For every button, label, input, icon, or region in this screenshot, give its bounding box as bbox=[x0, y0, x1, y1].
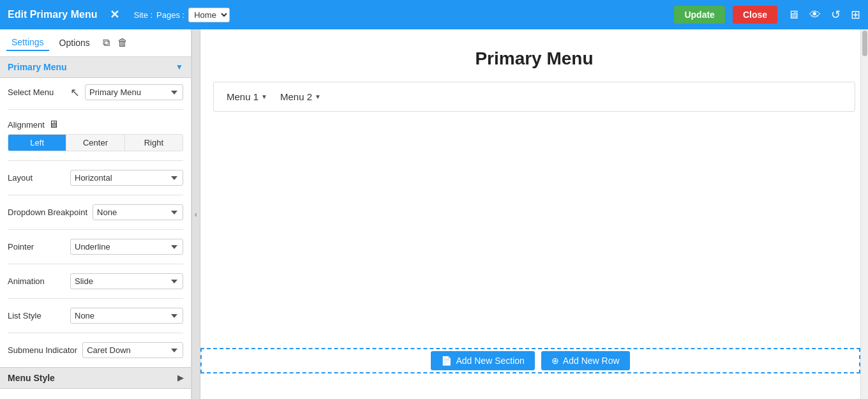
canvas-area: Primary Menu Menu 1 ▼ Menu 2 ▼ 📄 Add New… bbox=[200, 29, 868, 399]
close-button[interactable]: Close bbox=[733, 6, 777, 24]
menu-item-2-label: Menu 2 bbox=[280, 91, 312, 102]
history-icon[interactable]: ↺ bbox=[831, 8, 841, 22]
header-site-info: Site : Pages : Home bbox=[133, 8, 230, 22]
animation-label: Animation bbox=[8, 276, 65, 286]
pages-select[interactable]: Home bbox=[188, 8, 230, 22]
menu-item-1-arrow: ▼ bbox=[261, 93, 267, 100]
add-section-icon: 📄 bbox=[441, 356, 452, 366]
section-chevron-icon: ▼ bbox=[176, 63, 183, 72]
tab-settings[interactable]: Settings bbox=[6, 34, 49, 51]
cursor-icon: ↖ bbox=[70, 86, 80, 100]
sidebar-content: Select Menu ↖ Primary Menu Alignment 🖥 L… bbox=[0, 78, 191, 365]
animation-row: Animation Slide Fade None bbox=[8, 273, 183, 289]
align-left-button[interactable]: Left bbox=[8, 135, 66, 151]
trash-icon[interactable]: 🗑 bbox=[117, 37, 128, 49]
add-new-row-button[interactable]: ⊕ Add New Row bbox=[541, 351, 630, 370]
menu-item-2-arrow: ▼ bbox=[315, 93, 321, 100]
canvas-menu-title: Primary Menu bbox=[213, 49, 855, 69]
divider-2 bbox=[8, 160, 183, 161]
layout-label: Layout bbox=[8, 173, 65, 183]
list-style-dropdown[interactable]: None Disc Square bbox=[70, 308, 183, 324]
canvas-scroll-thumb[interactable] bbox=[862, 31, 867, 56]
select-menu-row: Select Menu ↖ Primary Menu bbox=[8, 84, 183, 100]
pointer-label: Pointer bbox=[8, 242, 65, 252]
align-center-button[interactable]: Center bbox=[66, 135, 124, 151]
canvas-content: Primary Menu Menu 1 ▼ Menu 2 ▼ bbox=[200, 29, 868, 399]
submenu-indicator-dropdown[interactable]: Caret Down Arrow Plus bbox=[82, 342, 183, 358]
add-new-section-button[interactable]: 📄 Add New Section bbox=[431, 351, 534, 370]
header-title: Edit Primary Menu bbox=[8, 9, 97, 20]
pointer-row: Pointer Underline None Overline bbox=[8, 239, 183, 255]
collapse-icon: ‹ bbox=[195, 210, 197, 219]
divider-1 bbox=[8, 109, 183, 110]
section-header[interactable]: Primary Menu ▼ bbox=[0, 57, 191, 78]
menu-style-section[interactable]: Menu Style ▶ bbox=[0, 367, 191, 389]
alignment-buttons: Left Center Right bbox=[8, 134, 183, 151]
update-button[interactable]: Update bbox=[674, 6, 724, 24]
sitemap-icon[interactable]: ⊞ bbox=[851, 8, 860, 22]
section-header-label: Primary Menu bbox=[8, 62, 67, 72]
site-label: Site : bbox=[133, 10, 153, 20]
dropdown-breakpoint-dropdown[interactable]: None Small Medium Large bbox=[93, 204, 183, 220]
menu-bar: Menu 1 ▼ Menu 2 ▼ bbox=[213, 82, 855, 112]
divider-7 bbox=[8, 333, 183, 333]
submenu-indicator-row: Submenu Indicator Caret Down Arrow Plus bbox=[8, 342, 183, 358]
select-menu-label: Select Menu bbox=[8, 87, 65, 97]
dropdown-breakpoint-row: Dropdown Breakpoint None Small Medium La… bbox=[8, 204, 183, 220]
add-row-icon: ⊕ bbox=[551, 356, 559, 366]
copy-icon[interactable]: ⧉ bbox=[103, 37, 110, 49]
canvas-scrollbar[interactable] bbox=[860, 29, 868, 399]
divider-5 bbox=[8, 264, 183, 264]
menu-item-1-label: Menu 1 bbox=[227, 91, 258, 102]
sidebar-tabs: Settings Options ⧉ 🗑 bbox=[0, 29, 191, 57]
header: Edit Primary Menu ✕ Site : Pages : Home … bbox=[0, 0, 868, 29]
header-close-button[interactable]: ✕ bbox=[110, 8, 119, 22]
menu-item-1[interactable]: Menu 1 ▼ bbox=[227, 91, 267, 102]
alignment-label: Alignment bbox=[8, 120, 45, 130]
add-row-label: Add New Row bbox=[563, 356, 620, 366]
menu-style-chevron-icon: ▶ bbox=[177, 373, 183, 382]
eye-icon[interactable]: 👁 bbox=[809, 8, 821, 22]
sidebar: Settings Options ⧉ 🗑 Primary Menu ▼ Sele… bbox=[0, 29, 191, 399]
divider-3 bbox=[8, 195, 183, 195]
list-style-row: List Style None Disc Square bbox=[8, 308, 183, 324]
tab-options[interactable]: Options bbox=[54, 35, 95, 50]
monitor-small-icon: 🖥 bbox=[49, 119, 59, 130]
layout-dropdown[interactable]: Horizontal Vertical bbox=[70, 170, 183, 186]
dropdown-breakpoint-label: Dropdown Breakpoint bbox=[8, 207, 87, 217]
divider-6 bbox=[8, 298, 183, 299]
animation-dropdown[interactable]: Slide Fade None bbox=[70, 273, 183, 289]
select-menu-dropdown[interactable]: Primary Menu bbox=[85, 84, 183, 100]
list-style-label: List Style bbox=[8, 311, 65, 320]
pointer-dropdown[interactable]: Underline None Overline bbox=[70, 239, 183, 255]
collapse-handle[interactable]: ‹ bbox=[191, 29, 200, 399]
layout-row: Layout Horizontal Vertical bbox=[8, 170, 183, 186]
pages-label: Pages : bbox=[156, 10, 184, 20]
add-section-bar: 📄 Add New Section ⊕ Add New Row bbox=[200, 348, 860, 373]
menu-style-label: Menu Style bbox=[8, 373, 55, 383]
align-right-button[interactable]: Right bbox=[125, 135, 183, 151]
add-section-label: Add New Section bbox=[456, 356, 524, 366]
alignment-row: Alignment 🖥 Left Center Right bbox=[8, 119, 183, 151]
submenu-indicator-label: Submenu Indicator bbox=[8, 345, 77, 355]
monitor-icon[interactable]: 🖥 bbox=[788, 8, 799, 22]
alignment-label-row: Alignment 🖥 bbox=[8, 119, 183, 130]
divider-4 bbox=[8, 229, 183, 230]
main-layout: Settings Options ⧉ 🗑 Primary Menu ▼ Sele… bbox=[0, 29, 868, 399]
menu-item-2[interactable]: Menu 2 ▼ bbox=[280, 91, 321, 102]
